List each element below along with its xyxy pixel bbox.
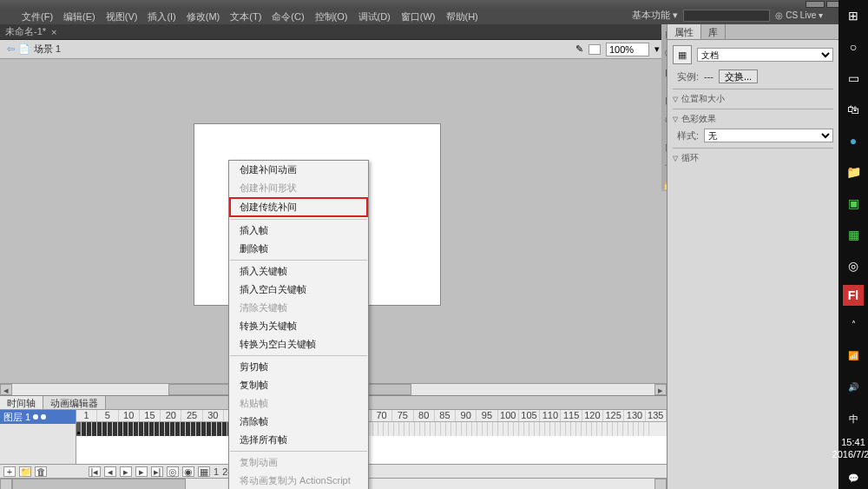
edit-scene-icon[interactable]: ✎ bbox=[575, 43, 583, 55]
section-header-size[interactable]: 位置和大小 bbox=[673, 93, 833, 105]
ctx-remove-frames[interactable]: 删除帧 bbox=[229, 240, 368, 258]
tab-library[interactable]: 库 bbox=[701, 24, 726, 39]
win-store-icon[interactable]: 🛍 bbox=[841, 97, 865, 122]
onion-skin-icon[interactable]: ◎ bbox=[167, 466, 179, 477]
next-frame-icon[interactable]: ▸ bbox=[135, 466, 148, 477]
onion-outline-icon[interactable]: ◉ bbox=[182, 466, 194, 477]
win-flash-icon[interactable]: Fl bbox=[843, 285, 864, 306]
scene-back-icon[interactable]: ⇦ bbox=[7, 43, 15, 55]
menu-help[interactable]: 帮助(H) bbox=[442, 9, 483, 25]
lock-dot-icon[interactable] bbox=[41, 414, 46, 420]
workspace-switcher[interactable]: 基本功能 ▾ bbox=[632, 9, 678, 22]
symbol-icon[interactable] bbox=[589, 44, 601, 55]
ruler-tick[interactable]: 85 bbox=[435, 410, 456, 421]
ruler-tick[interactable]: 20 bbox=[161, 410, 181, 421]
menu-view[interactable]: 视图(V) bbox=[102, 9, 142, 25]
win-app-icon[interactable]: ▣ bbox=[841, 191, 865, 215]
frame-ruler[interactable]: 1510152025303540455055606570758085909510… bbox=[76, 410, 667, 422]
ruler-tick[interactable]: 125 bbox=[603, 410, 624, 421]
ruler-tick[interactable]: 5 bbox=[97, 410, 118, 421]
menu-window[interactable]: 窗口(W) bbox=[397, 9, 440, 25]
section-header-color[interactable]: 色彩效果 bbox=[673, 113, 833, 125]
ruler-tick[interactable]: 80 bbox=[414, 410, 435, 421]
ruler-tick[interactable]: 90 bbox=[456, 410, 477, 421]
last-frame-icon[interactable]: ▸| bbox=[151, 466, 163, 477]
scene-name[interactable]: 场景 1 bbox=[34, 43, 61, 56]
ctx-clear-frames[interactable]: 清除帧 bbox=[229, 413, 368, 431]
menu-file[interactable]: 文件(F) bbox=[17, 9, 57, 25]
new-folder-icon[interactable]: 📁 bbox=[19, 466, 31, 477]
ruler-tick[interactable]: 30 bbox=[203, 410, 224, 421]
edit-multiple-icon[interactable]: ▦ bbox=[198, 466, 210, 477]
ruler-tick[interactable]: 75 bbox=[392, 410, 413, 421]
ctx-copy-frames[interactable]: 复制帧 bbox=[229, 376, 368, 394]
ruler-tick[interactable]: 105 bbox=[519, 410, 540, 421]
zoom-field[interactable] bbox=[606, 43, 649, 56]
win-explorer-icon[interactable]: 📁 bbox=[841, 160, 865, 184]
ruler-tick[interactable]: 1 bbox=[76, 410, 97, 421]
swap-button[interactable]: 交换... bbox=[719, 69, 758, 83]
ctx-select-all-frames[interactable]: 选择所有帧 bbox=[229, 431, 368, 449]
section-header-loop[interactable]: 循环 bbox=[673, 152, 833, 164]
min-button[interactable] bbox=[806, 1, 825, 8]
menu-commands[interactable]: 命令(C) bbox=[267, 9, 308, 25]
close-doc-icon[interactable]: × bbox=[51, 27, 56, 37]
menu-debug[interactable]: 调试(D) bbox=[354, 9, 395, 25]
scroll-right-icon[interactable] bbox=[654, 479, 667, 489]
tray-ime-icon[interactable]: 中 bbox=[841, 406, 865, 431]
tray-notifications-icon[interactable]: 💬 bbox=[841, 466, 865, 489]
win-taskview-icon[interactable]: ▭ bbox=[841, 66, 865, 90]
layer-row[interactable]: 图层 1 bbox=[0, 410, 76, 424]
new-layer-icon[interactable]: + bbox=[3, 466, 16, 477]
instance-type-select[interactable]: 文档 bbox=[697, 48, 833, 62]
menu-insert[interactable]: 插入(I) bbox=[143, 9, 180, 25]
menu-text[interactable]: 文本(T) bbox=[226, 9, 266, 25]
ctx-insert-frame[interactable]: 插入帧 bbox=[229, 221, 368, 240]
ruler-tick[interactable]: 115 bbox=[561, 410, 582, 421]
ruler-tick[interactable]: 70 bbox=[372, 410, 392, 421]
ruler-tick[interactable]: 100 bbox=[498, 410, 519, 421]
menu-control[interactable]: 控制(O) bbox=[311, 9, 352, 25]
win-app3-icon[interactable]: ◎ bbox=[841, 254, 865, 278]
win-start-icon[interactable]: ⊞ bbox=[841, 3, 865, 28]
scroll-thumb[interactable] bbox=[12, 479, 186, 489]
tab-properties[interactable]: 属性 bbox=[667, 24, 701, 39]
tray-network-icon[interactable]: 📶 bbox=[841, 344, 865, 368]
ruler-tick[interactable]: 130 bbox=[624, 410, 645, 421]
tray-volume-icon[interactable]: 🔊 bbox=[841, 375, 865, 400]
delete-layer-icon[interactable]: 🗑 bbox=[35, 466, 47, 477]
scroll-right-icon[interactable]: ▸ bbox=[654, 384, 667, 395]
win-cortana-icon[interactable]: ○ bbox=[841, 35, 865, 59]
frame-cell[interactable] bbox=[644, 422, 649, 436]
win-app2-icon[interactable]: ▦ bbox=[841, 222, 865, 247]
ruler-tick[interactable]: 25 bbox=[181, 410, 202, 421]
win-browser-icon[interactable]: ● bbox=[841, 129, 865, 153]
visibility-dot-icon[interactable] bbox=[33, 414, 38, 420]
style-select[interactable]: 无 bbox=[704, 129, 833, 142]
tab-timeline[interactable]: 时间轴 bbox=[0, 396, 43, 409]
ruler-tick[interactable]: 95 bbox=[477, 410, 497, 421]
zoom-dropdown-icon[interactable]: ▾ bbox=[654, 43, 660, 55]
ctx-create-motion-tween[interactable]: 创建补间动画 bbox=[229, 161, 368, 179]
tab-motion-editor[interactable]: 动画编辑器 bbox=[43, 396, 106, 409]
play-icon[interactable]: ▸ bbox=[120, 466, 132, 477]
ctx-create-classic-tween[interactable]: 创建传统补间 bbox=[229, 197, 368, 217]
ctx-cut-frames[interactable]: 剪切帧 bbox=[229, 358, 368, 376]
scroll-left-icon[interactable]: ◂ bbox=[0, 384, 12, 395]
tray-clock[interactable]: 15:41 2016/7/21 bbox=[832, 434, 868, 463]
frames-area[interactable]: 1510152025303540455055606570758085909510… bbox=[76, 410, 667, 464]
ctx-convert-to-blank-keyframe[interactable]: 转换为空白关键帧 bbox=[229, 335, 368, 354]
ctx-insert-blank-keyframe[interactable]: 插入空白关键帧 bbox=[229, 281, 368, 299]
first-frame-icon[interactable]: |◂ bbox=[89, 466, 101, 477]
prev-frame-icon[interactable]: ◂ bbox=[104, 466, 116, 477]
frame-strip[interactable] bbox=[76, 422, 667, 436]
ruler-tick[interactable]: 120 bbox=[582, 410, 603, 421]
menu-edit[interactable]: 编辑(E) bbox=[59, 9, 100, 25]
frame-cell[interactable] bbox=[76, 422, 82, 436]
instance-type-icon[interactable]: ▦ bbox=[673, 45, 692, 64]
ctx-insert-keyframe[interactable]: 插入关键帧 bbox=[229, 262, 368, 281]
scroll-left-icon[interactable] bbox=[0, 479, 12, 489]
ruler-tick[interactable]: 15 bbox=[140, 410, 161, 421]
ctx-convert-to-keyframe[interactable]: 转换为关键帧 bbox=[229, 317, 368, 335]
search-input[interactable] bbox=[683, 10, 770, 22]
